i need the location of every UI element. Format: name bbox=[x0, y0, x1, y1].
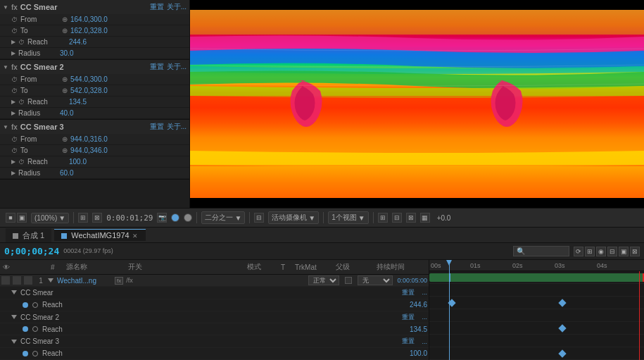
zoom-label: (100%) bbox=[34, 214, 57, 222]
tl-icon6[interactable]: ⊠ bbox=[630, 247, 640, 256]
view-icon3[interactable]: ⊠ bbox=[406, 213, 416, 223]
smear3-from-value[interactable]: 944.0,316.0 bbox=[70, 135, 108, 143]
tab-comp1[interactable]: 合成 1 bbox=[6, 228, 51, 242]
stopwatch-reach1-icon[interactable]: ⏱ bbox=[18, 39, 25, 46]
eye-toggle-1[interactable] bbox=[1, 276, 10, 285]
solo-toggle-1[interactable] bbox=[24, 276, 32, 285]
offset-display: +0.0 bbox=[437, 214, 451, 222]
grid-btn[interactable]: ⊞ bbox=[78, 213, 88, 223]
timeline-search[interactable] bbox=[513, 246, 569, 256]
expand-smear2-icon[interactable]: ▼ bbox=[3, 64, 8, 70]
smear2-tl-reset[interactable]: 重置 bbox=[402, 313, 415, 322]
current-time-display[interactable]: 0;00;00;24 bbox=[4, 246, 59, 256]
camera-icon[interactable]: 📷 bbox=[157, 213, 167, 223]
layer-mode-select-1[interactable]: 正常 bbox=[308, 275, 339, 285]
expand-reach1-icon[interactable]: ▶ bbox=[11, 39, 15, 45]
expand-smear1-icon[interactable]: ▼ bbox=[3, 4, 8, 11]
smear1-about[interactable]: 关于... bbox=[167, 2, 187, 12]
reach1-stopwatch-icon[interactable] bbox=[32, 302, 38, 308]
view-icon1[interactable]: ⊞ bbox=[378, 213, 388, 223]
view-selector[interactable]: 1个视图 ▼ bbox=[328, 211, 368, 224]
view-icon2[interactable]: ⊟ bbox=[392, 213, 402, 223]
smear1-reset[interactable]: 重置 bbox=[150, 2, 164, 12]
track-row-smear1[interactable] bbox=[429, 284, 644, 297]
track-row-reach3[interactable] bbox=[429, 347, 644, 360]
stopwatch-to2-icon[interactable]: ⏱ bbox=[11, 87, 18, 94]
expand-smear3-tl-icon[interactable] bbox=[11, 340, 17, 344]
view-icon4[interactable]: ▦ bbox=[420, 213, 430, 223]
track-row-reach2[interactable] bbox=[429, 322, 644, 335]
smear2-reach-value[interactable]: 134.5 bbox=[69, 98, 87, 106]
tl-icon2[interactable]: ⊞ bbox=[585, 247, 595, 256]
smear3-about[interactable]: 关于... bbox=[167, 122, 187, 132]
expand-radius2-icon[interactable]: ▶ bbox=[11, 110, 15, 116]
smear3-tl-reset[interactable]: 重置 bbox=[402, 337, 415, 346]
expand-smear2-tl-icon[interactable] bbox=[11, 315, 17, 319]
smear2-about[interactable]: 关于... bbox=[167, 62, 187, 72]
snap-btn[interactable]: ⊠ bbox=[92, 213, 102, 223]
layer-mode-1: 正常 bbox=[308, 275, 343, 285]
expand-radius3-icon[interactable]: ▶ bbox=[11, 170, 15, 176]
track-row-smear2[interactable] bbox=[429, 309, 644, 322]
smear1-tl-reset[interactable]: 重置 bbox=[402, 288, 415, 297]
expand-smear3-icon[interactable]: ▼ bbox=[3, 124, 8, 130]
track-row-smear3[interactable] bbox=[429, 335, 644, 347]
smear1-reach-value[interactable]: 244.6 bbox=[69, 38, 87, 46]
reach3-stopwatch-icon[interactable] bbox=[32, 351, 38, 356]
timeline-ruler[interactable]: 00s 01s 02s 03s 04s bbox=[429, 260, 644, 271]
viewer-timecode[interactable]: 0:00:01;29 bbox=[106, 213, 153, 223]
smear3-to-value[interactable]: 944.0,346.0 bbox=[70, 147, 108, 154]
tl-icon4[interactable]: ⊟ bbox=[607, 247, 617, 256]
layer-name-1[interactable]: WechatI...ng bbox=[57, 277, 113, 285]
smear1-radius-value[interactable]: 30.0 bbox=[60, 49, 73, 57]
viewer-btn-2[interactable]: ▣ bbox=[17, 213, 27, 223]
expand-radius1-icon[interactable]: ▶ bbox=[11, 50, 15, 56]
expand-reach3-icon[interactable]: ▶ bbox=[11, 159, 15, 165]
smear3-reach-value[interactable]: 100.0 bbox=[69, 158, 87, 166]
tab-comp2[interactable]: WechatIMG1974 ✕ bbox=[54, 229, 145, 241]
viewer-icon3[interactable]: ⊟ bbox=[254, 213, 264, 223]
stopwatch-to3-icon[interactable]: ⏱ bbox=[11, 147, 18, 154]
camera-selector[interactable]: 活动摄像机 ▼ bbox=[268, 211, 319, 224]
stopwatch-reach2-icon[interactable]: ⏱ bbox=[18, 99, 25, 106]
stopwatch-from3-icon[interactable]: ⏱ bbox=[11, 136, 18, 143]
tl-icon5[interactable]: ▣ bbox=[619, 247, 629, 256]
smear2-radius-value[interactable]: 40.0 bbox=[60, 109, 73, 117]
tl-icon1[interactable]: ⟳ bbox=[574, 247, 583, 256]
smear1-from-value[interactable]: 164.0,300.0 bbox=[70, 15, 108, 23]
smear2-to-value[interactable]: 542.0,328.0 bbox=[70, 87, 108, 94]
trkmat-select-1[interactable]: 无 bbox=[358, 275, 393, 285]
smear3-radius-value[interactable]: 60.0 bbox=[60, 169, 73, 177]
smear2-from-value[interactable]: 544.0,300.0 bbox=[70, 75, 108, 83]
out-point-line bbox=[639, 271, 640, 360]
lock-toggle-1[interactable] bbox=[13, 276, 21, 285]
viewer-btn-1[interactable]: ■ bbox=[6, 213, 15, 223]
track-row-layer1[interactable] bbox=[429, 271, 644, 284]
zoom-selector[interactable]: (100%) ▼ bbox=[31, 213, 69, 223]
expand-reach2-icon[interactable]: ▶ bbox=[11, 99, 15, 105]
stopwatch-reach3-icon[interactable]: ⏱ bbox=[18, 159, 25, 166]
stopwatch-from1-icon[interactable]: ⏱ bbox=[11, 16, 18, 23]
tl-icon3[interactable]: ◉ bbox=[596, 247, 606, 256]
effect-group-smear3: ▼ fx CC Smear 3 重置 关于... ⏱ From ⊕ 944.0,… bbox=[0, 120, 189, 180]
color-btn2[interactable] bbox=[184, 213, 192, 222]
smear1-to-value[interactable]: 162.0,328.0 bbox=[70, 27, 108, 35]
tab-close-icon[interactable]: ✕ bbox=[132, 232, 139, 240]
header-name: 源名称 bbox=[66, 262, 122, 272]
reach1-tl-value[interactable]: 244.6 bbox=[410, 301, 427, 309]
smear3-reset[interactable]: 重置 bbox=[150, 122, 164, 132]
expand-layer1-icon[interactable] bbox=[48, 278, 53, 283]
reach2-stopwatch-icon[interactable] bbox=[32, 326, 38, 332]
smear3-from-row: ⏱ From ⊕ 944.0,316.0 bbox=[0, 134, 189, 145]
expand-smear1-tl-icon[interactable] bbox=[11, 290, 17, 294]
stopwatch-from2-icon[interactable]: ⏱ bbox=[11, 76, 18, 83]
reach2-tl-value[interactable]: 134.5 bbox=[410, 325, 427, 333]
smear2-reset[interactable]: 重置 bbox=[150, 62, 164, 72]
quality-selector[interactable]: 二分之一 ▼ bbox=[201, 211, 245, 224]
stopwatch-to1-icon[interactable]: ⏱ bbox=[11, 27, 18, 35]
track-row-reach1[interactable] bbox=[429, 297, 644, 309]
timeline-main: 👁 # 源名称 开关 模式 T TrkMat 父级 持续时间 1 WechatI… bbox=[0, 260, 644, 360]
reach3-tl-value[interactable]: 100.0 bbox=[410, 349, 427, 357]
t-checkbox-1[interactable] bbox=[345, 277, 352, 284]
color-btn1[interactable] bbox=[171, 213, 179, 222]
